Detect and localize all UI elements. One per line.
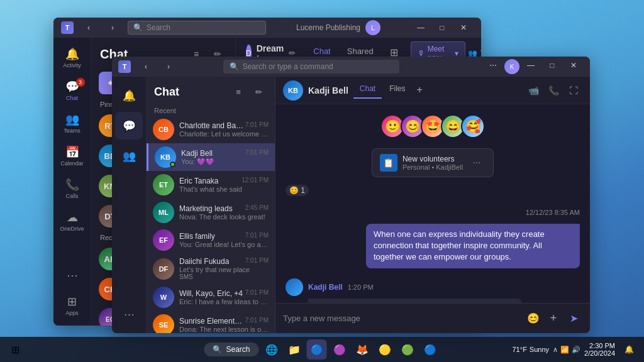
fg-compose-btn[interactable]: ✏ — [250, 83, 267, 101]
compose-bar: Type a new message 😊 + ➤ — [275, 303, 590, 333]
send-btn[interactable]: ➤ — [565, 310, 582, 327]
fg-chat-time-wk: 7:01 PM — [245, 289, 269, 298]
fg-chat-item-wk[interactable]: W Will, Kayo, Eric, +4 7:01 PM Eric: I h… — [147, 283, 275, 311]
card-more-btn[interactable]: ⋯ — [468, 154, 486, 172]
close-btn-fg[interactable]: ✕ — [564, 59, 584, 72]
titlebar-right-bg: Lucerne Publishing L — [296, 20, 380, 35]
fg-filter-btn[interactable]: ≡ — [230, 83, 247, 101]
sidebar-item-teams-bg[interactable]: 👥 Teams — [57, 108, 87, 138]
fg-sidebar-activity[interactable]: 🔔 — [115, 82, 143, 109]
sidebar-item-onedrive-bg[interactable]: ☁ OneDrive — [57, 206, 87, 236]
fg-chat-item-cb[interactable]: CB Charlotte and Babak 7:01 PM Charlotte… — [147, 116, 275, 143]
fg-chat-list-actions: ≡ ✏ — [230, 83, 267, 101]
chat-label-bg: Chat — [66, 95, 78, 101]
sidebar-fg: 🔔 💬 👥 ⋯ — [112, 77, 147, 333]
taskbar-icon-blue2[interactable]: 🔵 — [420, 339, 440, 359]
taskbar-icon-teams2[interactable]: 🟣 — [330, 339, 350, 359]
reaction-chip-card[interactable]: 😊 1 — [286, 185, 309, 196]
fg-chat-item-ef[interactable]: EF Ellis family 7:01 PM You: Great idea!… — [147, 226, 275, 254]
fg-sidebar-teams[interactable]: 👥 — [115, 142, 143, 170]
emoji-btn[interactable]: 😊 — [525, 310, 542, 327]
taskbar-icon-green[interactable]: 🟢 — [397, 339, 418, 359]
fg-sidebar-chat[interactable]: 💬 — [115, 112, 143, 140]
start-btn[interactable]: ⊞ — [5, 339, 25, 359]
fg-chat-preview-ef: You: Great idea! Let's go ahead and sche… — [179, 241, 269, 248]
user-avatar-fg[interactable]: K — [504, 59, 519, 74]
sidebar-item-activity-bg[interactable]: 🔔 Activity — [57, 43, 87, 73]
sys-tray-icons: ∧ — [553, 346, 558, 354]
fg-sidebar-bottom: ⋯ — [115, 300, 143, 328]
fg-screen-btn[interactable]: ⛶ — [565, 82, 582, 99]
teams-logo-bg: T — [61, 21, 74, 34]
nav-back-fg[interactable]: ‹ — [136, 60, 156, 73]
incoming-messages-group: When people express their individuality … — [308, 299, 580, 303]
fg-tab-files[interactable]: Files — [383, 82, 411, 99]
taskbar-icon-browser[interactable]: 🌐 — [262, 339, 282, 359]
fg-chat-item-df[interactable]: DF Daiichi Fukuda 7:01 PM Let's try that… — [147, 254, 275, 283]
activity-icon-bg: 🔔 — [65, 47, 79, 61]
minimize-btn-fg[interactable]: — — [521, 59, 541, 72]
fg-chat-item-et[interactable]: ET Eric Tanaka 12:01 PM That's what she … — [147, 171, 275, 199]
fg-activity-icon: 🔔 — [123, 89, 136, 102]
fg-chat-name-ml: Marketing leads — [179, 204, 233, 213]
taskbar-clock[interactable]: 2:30 PM 2/20/2024 — [584, 342, 615, 357]
fg-chat-info-wk: Will, Kayo, Eric, +4 7:01 PM Eric: I hav… — [179, 289, 269, 305]
fg-call-btn[interactable]: 📞 — [545, 82, 562, 99]
sys-tray: ∧ 📶 🔊 — [553, 346, 580, 354]
taskbar-icon-yellow[interactable]: 🟡 — [375, 339, 395, 359]
fg-avatar-et: ET — [153, 174, 174, 195]
maximize-btn-bg[interactable]: □ — [432, 21, 452, 34]
msg-row-outgoing-1: When one can express individuality they … — [286, 224, 580, 268]
nav-fwd-fg[interactable]: › — [158, 60, 179, 73]
sidebar-item-chat-bg[interactable]: 💬 Chat 3 — [57, 75, 87, 106]
msg-text-outgoing-1: When one can express individuality they … — [374, 229, 545, 261]
fg-name-row-et: Eric Tanaka 12:01 PM — [179, 177, 269, 185]
taskbar-icon-files[interactable]: 📁 — [284, 339, 304, 359]
fg-msg-name: Kadji Bell — [308, 85, 348, 96]
fg-tab-add[interactable]: + — [413, 82, 426, 99]
more-btn-fg[interactable]: ⋯ — [483, 59, 503, 72]
sidebar-more-btn-bg[interactable]: ⋯ — [57, 260, 87, 290]
taskbar-search-bar[interactable]: 🔍 Search — [204, 343, 258, 356]
maximize-btn-fg[interactable]: □ — [542, 59, 562, 72]
fg-recent-label: Recent — [147, 104, 275, 116]
taskbar-icon-firefox[interactable]: 🦊 — [352, 339, 372, 359]
volunteers-card[interactable]: 📋 New volunteers Personal • KadjiBell ⋯ — [372, 148, 494, 177]
sidebar-apps-bg[interactable]: ⊞ Apps — [57, 290, 87, 321]
fg-chat-preview-df: Let's try that new place — [179, 266, 269, 273]
sidebar-item-calls-bg[interactable]: 📞 Calls — [57, 173, 87, 204]
titlebar-bg: T ‹ › 🔍 Search Lucerne Publishing L — □ … — [53, 18, 481, 38]
search-bar-fg[interactable]: 🔍 Search or type a command — [223, 60, 399, 74]
onedrive-label-bg: OneDrive — [60, 226, 84, 232]
calls-label-bg: Calls — [65, 193, 78, 199]
fg-chat-list: Chat ≡ ✏ Recent CB Charlotte and Babak 7… — [147, 77, 275, 333]
taskbar-left: ⊞ — [5, 339, 25, 359]
attach-btn[interactable]: + — [545, 310, 562, 327]
incoming-group: Kadji Bell 1:20 PM When people express t… — [286, 278, 580, 303]
sidebar-item-calendar-bg[interactable]: 📅 Calendar — [57, 141, 87, 171]
fg-chat-item-kb[interactable]: KB Kadji Bell 7:01 PM You: 💜💜 — [147, 143, 275, 171]
clock-time: 2:30 PM — [589, 342, 615, 349]
fg-chat-item-se[interactable]: SE Sunrise Elementary Volunteers 7:01 PM… — [147, 311, 275, 333]
user-avatar-bg[interactable]: L — [365, 20, 380, 35]
fg-chat-info-ml: Marketing leads 2:45 PM Nova: The deck l… — [179, 204, 269, 221]
fg-avatar-cb: CB — [153, 119, 174, 140]
more-icon-bg: ⋯ — [67, 268, 78, 282]
close-btn-bg[interactable]: ✕ — [453, 21, 474, 34]
fg-video-btn[interactable]: 📹 — [525, 82, 542, 99]
compose-input[interactable]: Type a new message — [283, 314, 519, 323]
nav-forward-btn-bg[interactable]: › — [103, 21, 123, 34]
fg-sidebar-more[interactable]: ⋯ — [115, 300, 143, 328]
clock-date: 2/20/2024 — [584, 349, 615, 357]
calendar-icon-bg: 📅 — [65, 145, 79, 159]
search-bar-bg[interactable]: 🔍 Search — [128, 21, 266, 35]
taskbar-icon-teams[interactable]: 🔵 — [307, 339, 327, 359]
fg-tab-chat[interactable]: Chat — [353, 82, 382, 99]
fg-chat-name-kb: Kadji Bell — [181, 149, 213, 158]
fg-chat-time-ml: 2:45 PM — [245, 204, 269, 213]
window-controls-fg: ⋯ K — □ ✕ — [483, 59, 584, 74]
minimize-btn-bg[interactable]: — — [411, 21, 431, 34]
nav-back-btn-bg[interactable]: ‹ — [79, 21, 99, 34]
notification-btn[interactable]: 🔔 — [619, 339, 639, 359]
fg-chat-item-ml[interactable]: ML Marketing leads 2:45 PM Nova: The dec… — [147, 199, 275, 226]
